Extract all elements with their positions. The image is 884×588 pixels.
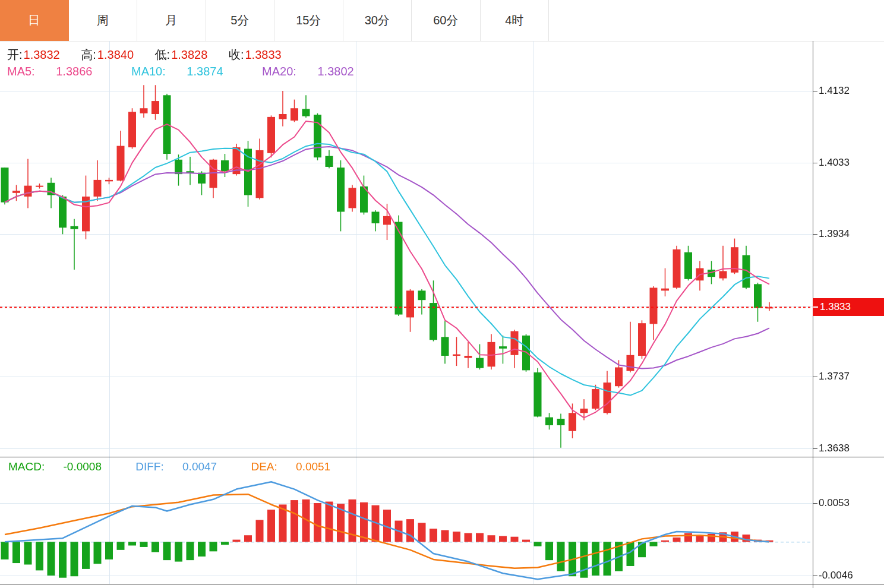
current-price-tag: 1.3833	[813, 298, 884, 316]
forex-daily-chart-app: 日周月5分15分30分60分4时 开:1.3832 高:1.3840 低:1.3…	[0, 0, 884, 588]
price-axis-label: 1.3934	[819, 228, 850, 240]
low-value: 1.3828	[171, 48, 207, 61]
ma10-readout: MA10: 1.3874	[131, 65, 241, 78]
timeframe-tab[interactable]: 5分	[206, 0, 275, 41]
open-label: 开:	[7, 48, 23, 61]
macd-value-readout: MACD: -0.0008	[8, 460, 117, 473]
timeframe-tab[interactable]: 日	[0, 0, 69, 41]
high-label: 高:	[81, 48, 96, 61]
dea-value-readout: DEA: 0.0051	[251, 460, 346, 473]
ma-readout: MA5: 1.3866 MA10: 1.3874 MA20: 1.3802	[7, 65, 390, 78]
chart-area: 开:1.3832 高:1.3840 低:1.3828 收:1.3833 MA5:…	[0, 41, 884, 588]
high-readout: 高:1.3840	[81, 48, 134, 61]
open-value: 1.3832	[24, 48, 60, 61]
price-axis-label: 1.3638	[819, 442, 850, 454]
price-axis-label: 1.4033	[819, 157, 850, 169]
timeframe-tab[interactable]: 4时	[481, 0, 550, 41]
macd-axis-label: -0.0046	[819, 570, 853, 581]
open-readout: 开:1.3832	[7, 48, 60, 61]
ma20-readout: MA20: 1.3802	[262, 65, 372, 78]
timeframe-tab-bar: 日周月5分15分30分60分4时	[0, 0, 884, 42]
close-value: 1.3833	[245, 48, 281, 61]
price-tag-tick-icon	[813, 306, 818, 308]
timeframe-tab[interactable]: 月	[137, 0, 206, 41]
timeframe-tab[interactable]: 30分	[343, 0, 412, 41]
low-label: 低:	[155, 48, 171, 61]
diff-value-readout: DIFF: 0.0047	[135, 460, 232, 473]
price-axis-label: 1.4132	[819, 85, 850, 97]
price-axis-label: 1.3737	[819, 371, 850, 382]
close-readout: 收:1.3833	[229, 48, 282, 61]
timeframe-tab[interactable]: 周	[69, 0, 138, 41]
close-label: 收:	[229, 48, 244, 61]
ohlc-readout: 开:1.3832 高:1.3840 低:1.3828 收:1.3833	[7, 47, 299, 63]
timeframe-tab[interactable]: 15分	[274, 0, 343, 41]
low-readout: 低:1.3828	[155, 48, 208, 61]
candlestick-macd-chart-canvas[interactable]	[0, 41, 884, 588]
macd-axis-label: 0.0053	[819, 497, 850, 509]
current-price-value: 1.3833	[820, 301, 851, 313]
high-value: 1.3840	[97, 48, 134, 61]
macd-readout: MACD: -0.0008 DIFF: 0.0047 DEA: 0.0051	[8, 460, 361, 473]
timeframe-tab[interactable]: 60分	[412, 0, 481, 41]
ma5-readout: MA5: 1.3866	[7, 65, 110, 78]
